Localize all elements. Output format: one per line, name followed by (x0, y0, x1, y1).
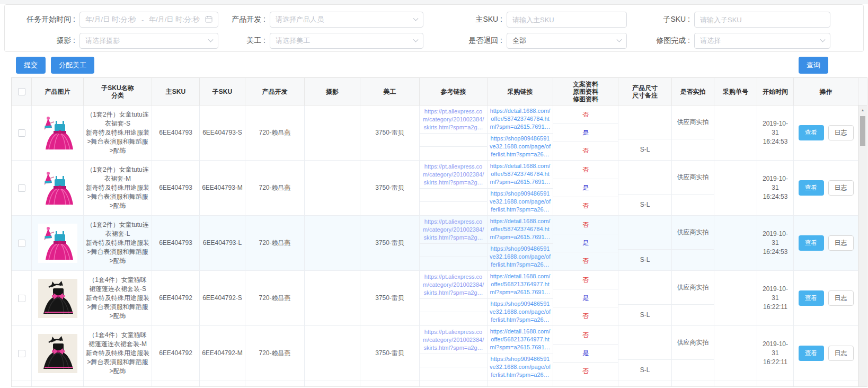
scroll-up-icon[interactable]: ▲ (858, 105, 867, 114)
reference-link[interactable]: https://pt.aliexpress.com/category/20100… (420, 108, 487, 131)
row-checkbox[interactable] (18, 184, 25, 192)
chevron-down-icon (820, 37, 826, 42)
row-checkbox-cell (12, 216, 32, 270)
purchase-order-cell (714, 216, 757, 270)
original-image-flag: 是 (582, 128, 589, 137)
pink-tutu-dress (38, 169, 77, 208)
product-name: （1套2件）女童tutu连衣裙套-L (84, 221, 152, 239)
view-button[interactable]: 查看 (799, 346, 824, 361)
purchase-shop-link[interactable]: https://shop909486591ve32.1688.com/page/… (488, 135, 553, 158)
black-cat-dress (38, 279, 77, 318)
photographer-select[interactable]: 请选择摄影 (79, 33, 218, 49)
table-cell (757, 381, 794, 387)
view-button[interactable]: 查看 (799, 180, 824, 196)
retouched-image-flag: 否 (582, 201, 589, 210)
task-time-range-input[interactable]: 年/月/日 时:分:秒 - 年/月/日 时:分:秒 (79, 12, 218, 28)
product-category: 新奇特及特殊用途服装>舞台表演服和舞蹈服>配饰 (84, 239, 152, 266)
vertical-scrollbar[interactable]: ▲ (858, 105, 867, 386)
sub-sku-cell: 6EE404793-M (200, 161, 245, 215)
copy-material-flag: 否 (582, 331, 589, 340)
black-cat-dress (38, 334, 77, 373)
purchase-detail-link[interactable]: https://detail.1688.com/offer/5874237467… (488, 162, 553, 186)
table-cell (488, 381, 553, 387)
returned-select[interactable]: 全部 (507, 33, 627, 49)
row-checkbox[interactable] (18, 350, 25, 357)
select-all-checkbox[interactable] (18, 88, 25, 95)
main-sku-input[interactable] (507, 12, 627, 28)
assign-artist-button[interactable]: 分配美工 (51, 57, 94, 74)
product-image-cell (32, 271, 84, 325)
row-checkbox[interactable] (18, 129, 25, 137)
view-button[interactable]: 查看 (799, 235, 824, 251)
purchase-shop-link[interactable]: https://shop909486591ve32.1688.com/page/… (488, 190, 553, 214)
sub-sku-cell: 6EE404792-S (200, 271, 245, 325)
purchase-link-cell: https://detail.1688.com/offer/5682137649… (488, 326, 553, 381)
copy-material-flag: 否 (582, 165, 589, 174)
artist-select[interactable]: 请选择美工 (270, 33, 423, 49)
row-checkbox-cell (12, 105, 32, 160)
query-button[interactable]: 查询 (799, 57, 828, 74)
log-button[interactable]: 日志 (828, 235, 854, 251)
artist-cell: 3750-雷贝 (360, 161, 420, 215)
purchase-detail-link[interactable]: https://detail.1688.com/offer/5874237467… (488, 107, 553, 131)
size-note-cell: S-L (618, 216, 672, 270)
reference-link-cell: https://pt.aliexpress.com/category/20100… (420, 326, 488, 381)
artist-label: 美工 : (218, 36, 270, 46)
product-name-cell: （1套2件）女童tutu连衣裙套-M 新奇特及特殊用途服装>舞台表演服和舞蹈服>… (84, 161, 152, 215)
reference-link[interactable]: https://pt.aliexpress.com/category/20100… (420, 218, 487, 242)
developer-select[interactable]: 请选择产品人员 (270, 12, 423, 28)
start-date-placeholder: 年/月/日 时:分:秒 (85, 15, 136, 24)
header-artist: 美工 (360, 78, 420, 105)
header-sub-sku: 子SKU (200, 78, 245, 105)
view-button[interactable]: 查看 (799, 290, 824, 306)
purchase-shop-link[interactable]: https://shop909486591ve32.1688.com/page/… (488, 300, 553, 324)
log-button[interactable]: 日志 (828, 125, 854, 140)
real-shot-cell: 供应商实拍 (672, 105, 714, 160)
purchase-shop-link[interactable]: https://shop909486591ve32.1688.com/page/… (488, 355, 553, 379)
row-checkbox[interactable] (18, 295, 25, 302)
purchase-order-cell (714, 161, 757, 215)
pink-tutu-dress (38, 113, 77, 153)
reference-link[interactable]: https://pt.aliexpress.com/category/20100… (420, 163, 487, 187)
purchase-detail-link[interactable]: https://detail.1688.com/offer/5682137649… (488, 328, 553, 351)
main-sku-cell: 6EE404793 (152, 105, 200, 160)
purchase-detail-link[interactable]: https://detail.1688.com/offer/5682137649… (488, 272, 553, 296)
retouch-done-select[interactable]: 请选择 (694, 33, 830, 49)
table-cell (305, 381, 360, 387)
product-name-cell: （1套4件）女童猫咪裙蓬蓬连衣裙套装-M 新奇特及特殊用途服装>舞台表演服和舞蹈… (84, 326, 152, 381)
table-cell (245, 381, 305, 387)
header-real-shot: 是否实拍 (672, 78, 714, 105)
operations-cell: 查看 日志 (794, 326, 858, 381)
product-name-cell: （1套4件）女童猫咪裙蓬蓬连衣裙套装-S 新奇特及特殊用途服装>舞台表演服和舞蹈… (84, 271, 152, 325)
start-time-cell: 2019-10-31 16:24:53 (757, 105, 794, 160)
row-checkbox-cell (12, 326, 32, 381)
log-button[interactable]: 日志 (828, 290, 854, 306)
developer-cell: 720-赖昌燕 (245, 271, 305, 325)
log-button[interactable]: 日志 (828, 346, 854, 361)
table-header-row: 产品图片 子SKU名称 分类 主SKU 子SKU 产品开发 摄影 美工 参考链接… (12, 78, 867, 105)
table-cell (200, 381, 245, 387)
real-shot-cell: 供应商实拍 (672, 271, 714, 325)
table-cell (32, 381, 84, 387)
start-time-cell: 2019-10-31 16:24:53 (757, 161, 794, 215)
operations-cell: 查看 日志 (794, 105, 858, 160)
purchase-shop-link[interactable]: https://shop909486591ve32.1688.com/page/… (488, 245, 553, 269)
table-row: （1套4件）女童猫咪裙蓬蓬连衣裙套装-S 新奇特及特殊用途服装>舞台表演服和舞蹈… (12, 271, 867, 326)
scrollbar-thumb[interactable] (860, 116, 865, 146)
sub-sku-label: 子SKU : (627, 15, 694, 24)
view-button[interactable]: 查看 (799, 125, 824, 140)
purchase-detail-link[interactable]: https://detail.1688.com/offer/5874237467… (488, 217, 553, 241)
materials-flags-cell: 否 是 否 (553, 216, 618, 270)
purchase-order-cell (714, 326, 757, 381)
start-time-cell: 2019-10-31 16:22:11 (757, 326, 794, 381)
size-note: S-L (618, 139, 671, 160)
reference-link[interactable]: https://pt.aliexpress.com/category/20100… (420, 328, 487, 352)
log-button[interactable]: 日志 (828, 180, 854, 196)
sub-sku-input[interactable] (694, 12, 830, 28)
submit-button[interactable]: 提交 (16, 57, 46, 74)
row-checkbox[interactable] (18, 240, 25, 247)
reference-link[interactable]: https://pt.aliexpress.com/category/20100… (420, 273, 487, 297)
photographer-cell (305, 105, 360, 160)
developer-cell: 720-赖昌燕 (245, 326, 305, 381)
row-checkbox-cell (12, 161, 32, 215)
